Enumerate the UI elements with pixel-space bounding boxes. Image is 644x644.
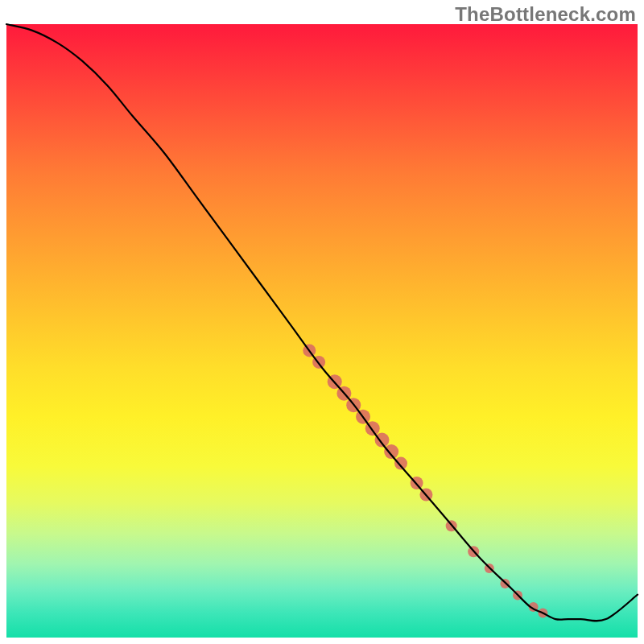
data-marker [384,444,398,459]
curve-line [6,24,638,621]
watermark-text: TheBottleneck.com [455,3,636,26]
marker-group [303,344,547,617]
data-marker [375,433,390,448]
chart-container: TheBottleneck.com [0,0,644,644]
data-marker [394,457,407,470]
chart-overlay [6,24,638,638]
